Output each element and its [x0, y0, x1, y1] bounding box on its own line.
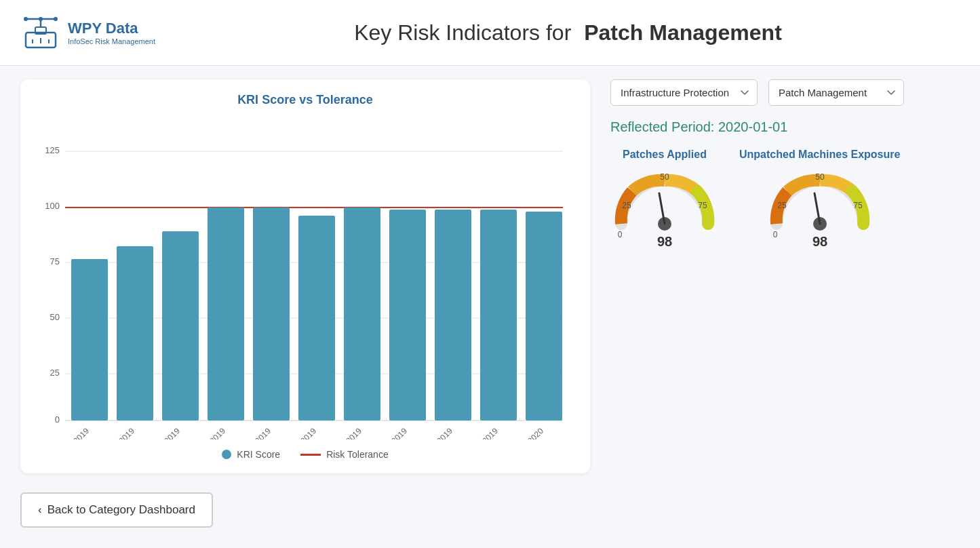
logo-area: WPY Data InfoSec Risk Management	[20, 12, 176, 53]
dropdowns: Infrastructure Protection Patch Manageme…	[610, 79, 960, 106]
page-title-highlight: Patch Management	[584, 20, 782, 45]
bar-chart-svg: 125 100 75 50 25 0	[41, 114, 570, 439]
svg-text:1 Jan 2020: 1 Jan 2020	[510, 426, 545, 439]
svg-text:0: 0	[55, 414, 60, 425]
svg-point-4	[24, 17, 28, 21]
header: WPY Data InfoSec Risk Management Key Ris…	[0, 0, 980, 66]
svg-text:1 Apr 2019: 1 Apr 2019	[102, 426, 136, 439]
svg-text:100: 100	[45, 201, 60, 211]
svg-text:25: 25	[622, 201, 631, 210]
legend-tolerance-line	[300, 454, 321, 456]
back-label: Back to Category Dashboard	[47, 503, 195, 517]
bar-11	[526, 212, 562, 420]
svg-text:25: 25	[777, 201, 787, 210]
svg-text:125: 125	[45, 145, 60, 155]
gauge-patches-applied: Patches Applied 0 25	[610, 149, 719, 254]
chart-panel: KRI Score vs Tolerance 125 100 75 50 25 …	[20, 79, 590, 473]
legend-kri-label: KRI Score	[237, 449, 280, 460]
bar-7	[344, 208, 380, 420]
svg-text:1 Mar 2019: 1 Mar 2019	[55, 426, 91, 439]
svg-text:1 Oct 2019: 1 Oct 2019	[374, 426, 410, 439]
logo-subtitle: InfoSec Risk Management	[68, 37, 155, 45]
gauge-unpatched-svg: 0 25 50 75 98	[766, 166, 874, 254]
svg-text:1 Aug 2019: 1 Aug 2019	[282, 426, 318, 439]
reflected-period: Reflected Period: 2020-01-01	[610, 119, 960, 135]
bar-4	[208, 208, 244, 420]
page-title-prefix: Key Risk Indicators for	[354, 20, 571, 45]
gauges-row: Patches Applied 0 25	[610, 149, 960, 254]
svg-text:50: 50	[50, 312, 60, 322]
svg-text:25: 25	[50, 368, 60, 378]
legend-kri-dot	[222, 450, 231, 459]
svg-text:1 May 2019: 1 May 2019	[145, 426, 182, 439]
logo-text: WPY Data InfoSec Risk Management	[68, 20, 155, 45]
category-dropdown[interactable]: Infrastructure Protection	[610, 79, 758, 106]
svg-text:1 Dec 2019: 1 Dec 2019	[464, 426, 501, 439]
right-panel: Infrastructure Protection Patch Manageme…	[610, 79, 960, 473]
svg-point-6	[39, 17, 43, 21]
legend-tolerance-label: Risk Tolerance	[326, 449, 389, 460]
bar-9	[435, 210, 471, 420]
logo-title: WPY Data	[68, 20, 155, 37]
svg-text:1 Jun 2019: 1 Jun 2019	[192, 426, 227, 439]
svg-text:1 Nov 2019: 1 Nov 2019	[418, 426, 455, 439]
svg-point-5	[54, 17, 58, 21]
gauge-patches-svg: 0 25 50 75	[610, 166, 719, 254]
gauge-patches-label: Patches Applied	[623, 149, 707, 161]
back-chevron: ‹	[38, 503, 42, 517]
svg-text:75: 75	[698, 201, 707, 210]
legend-kri: KRI Score	[222, 449, 280, 460]
subcategory-dropdown[interactable]: Patch Management	[768, 79, 904, 106]
gauge-value-1: 98	[657, 234, 672, 249]
logo-icon	[20, 12, 61, 53]
legend-tolerance: Risk Tolerance	[300, 449, 389, 460]
bar-2	[117, 246, 153, 420]
chart-legend: KRI Score Risk Tolerance	[41, 449, 570, 460]
main-content: KRI Score vs Tolerance 125 100 75 50 25 …	[0, 66, 980, 487]
bar-10	[480, 210, 517, 420]
svg-text:50: 50	[660, 172, 669, 182]
bar-8	[389, 210, 426, 420]
back-button-area: ‹ Back to Category Dashboard	[20, 492, 213, 528]
bar-1	[71, 259, 108, 420]
chart-svg-container: 125 100 75 50 25 0	[41, 114, 570, 442]
svg-text:0: 0	[618, 230, 623, 239]
svg-text:75: 75	[853, 201, 863, 210]
reflected-period-label: Reflected Period:	[610, 119, 714, 134]
svg-text:1 Jul 2019: 1 Jul 2019	[239, 426, 273, 439]
gauge-unpatched: Unpatched Machines Exposure 0 25 50 75	[739, 149, 900, 254]
chart-title: KRI Score vs Tolerance	[41, 93, 570, 107]
svg-text:1 Sep 2019: 1 Sep 2019	[328, 426, 364, 439]
bar-6	[298, 216, 335, 420]
gauge-unpatched-label: Unpatched Machines Exposure	[739, 149, 900, 161]
svg-text:50: 50	[815, 172, 825, 182]
page-title: Key Risk Indicators for Patch Management	[176, 20, 960, 45]
bar-3	[162, 231, 199, 420]
reflected-period-value: 2020-01-01	[718, 119, 787, 134]
bar-5	[253, 208, 290, 420]
gauge-value-2: 98	[812, 234, 827, 249]
svg-text:75: 75	[50, 256, 60, 267]
back-to-dashboard-button[interactable]: ‹ Back to Category Dashboard	[20, 492, 213, 528]
svg-text:0: 0	[772, 230, 777, 239]
